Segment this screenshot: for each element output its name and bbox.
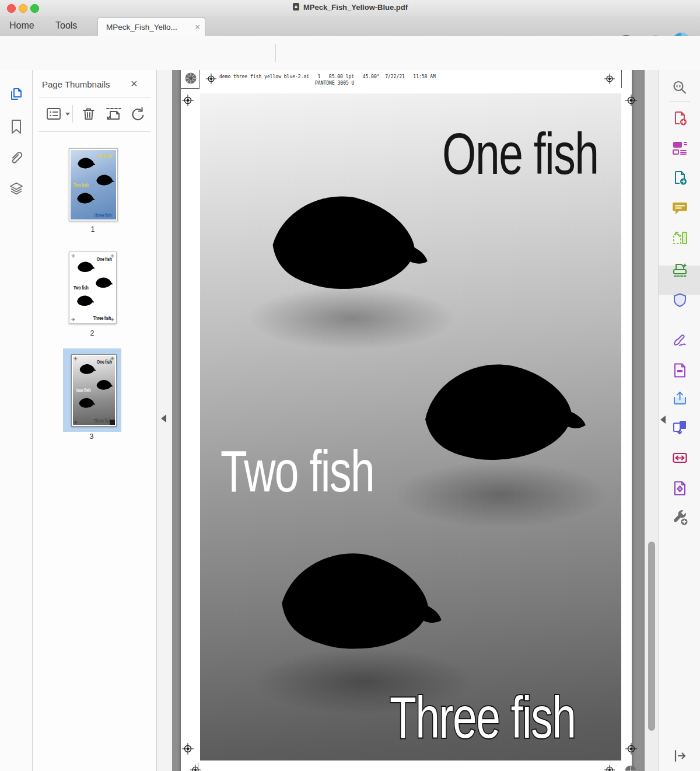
tab-home[interactable]: Home (9, 20, 34, 31)
thumb3-label-two: Two fish (76, 388, 91, 393)
comment-tool-icon[interactable] (672, 200, 688, 216)
page-number-1[interactable]: 1 (84, 225, 102, 233)
page-artwork: One fish Two fish Three fish (200, 93, 621, 760)
panel-close-icon[interactable]: × (131, 77, 138, 90)
page-thumbnail-3[interactable]: One fish Two fish Three fish (71, 354, 117, 427)
insert-pages-icon[interactable] (105, 106, 123, 122)
rotate-page-icon[interactable] (130, 106, 146, 122)
compress-pdf-icon[interactable] (672, 420, 688, 435)
panel-title: Page Thumbnails (42, 79, 110, 89)
registration-mark (604, 765, 615, 771)
thumb3-label-one: One fish (97, 359, 112, 365)
slug-line: demo three fish yellow blue-2.ai 1 85.00… (219, 74, 436, 79)
artwork-label-two-fish: Two fish (220, 438, 374, 505)
scan-ocr-icon[interactable] (672, 263, 688, 278)
expand-pane-icon[interactable] (673, 748, 688, 763)
pdf-page: demo three fish yellow blue-2.ai 1 85.00… (181, 70, 632, 771)
bookmarks-panel-icon[interactable] (9, 118, 24, 135)
fish-illustration-one (222, 158, 449, 322)
tab-close-icon[interactable]: × (195, 22, 200, 32)
page-number-2[interactable]: 2 (83, 329, 101, 337)
tab-document[interactable]: MPeck_Fish_Yello... × (97, 18, 205, 37)
window-title: MPeck_Fish_Yellow-Blue.pdf (0, 3, 700, 12)
star-target-mark (624, 765, 637, 771)
page-thumbnails-panel: Page Thumbnails × One fish Two fish Thre… (33, 70, 157, 771)
combine-files-icon[interactable] (672, 140, 688, 156)
registration-mark (182, 95, 194, 106)
registration-mark (604, 74, 615, 84)
tab-bar: Home Tools MPeck_Fish_Yello... × ? (0, 16, 700, 36)
pdf-file-icon (292, 3, 300, 11)
thumb1-label-one: One fish (98, 153, 113, 159)
thumb1-label-three: Three fish (94, 212, 112, 218)
window-titlebar: MPeck_Fish_Yellow-Blue.pdf (0, 0, 700, 16)
search-tools-icon[interactable] (671, 79, 688, 96)
add-more-tools-icon[interactable] (672, 510, 688, 526)
scrollbar-thumb[interactable] (648, 542, 655, 731)
main-toolbar: 3 / 3 54.5% (0, 36, 700, 71)
tab-tools[interactable]: Tools (55, 20, 77, 31)
collapse-left-panel-icon[interactable] (161, 414, 166, 423)
collapse-right-panel-icon[interactable] (660, 416, 666, 424)
attachments-panel-icon[interactable] (8, 149, 24, 166)
prepare-form-icon[interactable] (672, 480, 688, 496)
share-file-icon[interactable] (672, 390, 688, 406)
document-viewport[interactable]: demo three fish yellow blue-2.ai 1 85.00… (172, 70, 645, 771)
page-thumbnails-panel-icon[interactable] (8, 86, 24, 103)
page-thumbnail-2[interactable]: One fish Two fish Three fish (69, 252, 117, 324)
registration-mark (182, 743, 194, 755)
crop-resize-icon[interactable] (672, 450, 688, 466)
star-target-mark (184, 72, 197, 85)
create-pdf-icon[interactable] (672, 110, 688, 126)
thumb1-label-two: Two fish (74, 182, 89, 188)
registration-mark (625, 95, 637, 106)
thumb2-label-two: Two fish (74, 285, 89, 291)
fish-illustration-three (229, 514, 463, 683)
artwork-label-one-fish: One fish (442, 120, 598, 187)
registration-mark (206, 74, 216, 84)
slug-pantone: PANTONE 3005 U (315, 81, 354, 86)
fish-illustration-two (372, 326, 606, 495)
delete-pages-icon[interactable] (80, 106, 97, 122)
thumbnail-options-caret[interactable] (65, 113, 70, 116)
registration-mark (190, 765, 201, 771)
tab-document-label: MPeck_Fish_Yello... (106, 23, 182, 32)
right-tools-rail (658, 70, 700, 771)
layers-panel-icon[interactable] (8, 181, 24, 197)
page-number-3[interactable]: 3 (83, 432, 100, 441)
thumb3-label-three: Three fish (93, 418, 111, 424)
thumbnail-options-icon[interactable] (46, 106, 62, 121)
thumbnail-resize-handle[interactable] (110, 420, 115, 425)
vertical-scrollbar[interactable] (645, 70, 659, 771)
thumb2-label-one: One fish (97, 256, 112, 262)
thumb2-label-three: Three fish (93, 315, 111, 321)
registration-mark (625, 743, 637, 755)
page-thumbnail-1[interactable]: One fish Two fish Three fish (69, 148, 118, 221)
left-navigation-rail (0, 70, 33, 771)
star-target-cell (181, 70, 200, 89)
export-pdf-icon[interactable] (672, 170, 688, 186)
panel-splitter[interactable] (157, 70, 172, 771)
organize-pages-icon[interactable] (672, 230, 688, 246)
redact-page-icon[interactable] (672, 362, 688, 378)
fill-and-sign-icon[interactable] (672, 332, 688, 348)
artwork-label-three-fish: Three fish (390, 684, 575, 751)
protect-pdf-icon[interactable] (672, 292, 688, 308)
